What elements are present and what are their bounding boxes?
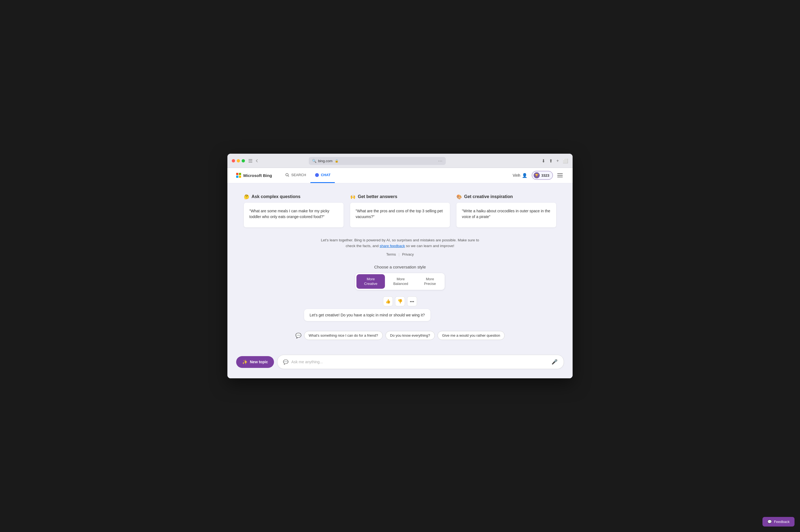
more-options-button[interactable]: ••• [407, 297, 417, 306]
new-topic-button[interactable]: ✨ New topic [236, 356, 274, 368]
svg-rect-1 [248, 160, 252, 161]
thumbs-up-button[interactable]: 👍 [383, 297, 393, 306]
feature-title-complex: 🤔 Ask complex questions [244, 194, 344, 200]
svg-rect-0 [248, 159, 252, 160]
hamburger-line-1 [557, 173, 563, 174]
search-nav-icon [285, 173, 290, 177]
input-bar: 💬 🎤 [277, 355, 564, 369]
feature-section-creative: 🎨 Get creative inspiration "Write a haik… [456, 194, 556, 227]
minimize-button[interactable] [237, 159, 240, 163]
feature-section-complex: 🤔 Ask complex questions "What are some m… [244, 194, 344, 227]
style-creative-button[interactable]: MoreCreative [357, 274, 385, 289]
style-balanced-button[interactable]: MoreBalanced [385, 274, 416, 289]
style-precise-button[interactable]: MorePrecise [416, 274, 443, 289]
chat-actions: 👍 👎 ••• [304, 297, 496, 306]
style-selector: MoreCreative MoreBalanced MorePrecise [355, 273, 445, 290]
svg-point-3 [286, 173, 288, 176]
app-content: Microsoft Bing SEARCH CHAT Vinh 👤 🏆 3323 [227, 168, 573, 379]
privacy-link[interactable]: Privacy [402, 252, 414, 256]
feature-section-answers: 🙌 Get better answers "What are the pros … [350, 194, 450, 227]
search-label: SEARCH [291, 173, 306, 177]
svg-point-4 [315, 173, 319, 177]
logo-icon [236, 173, 241, 178]
search-icon: 🔍 [312, 159, 317, 163]
feature-card-creative[interactable]: "Write a haiku about crocodiles in outer… [456, 203, 556, 227]
more-options-icon[interactable]: ⋯ [438, 158, 442, 164]
terms-link[interactable]: Terms [386, 252, 396, 256]
new-tab-icon[interactable]: + [556, 158, 559, 163]
feature-card-complex[interactable]: "What are some meals I can make for my p… [244, 203, 344, 227]
points-text: 3323 [541, 173, 549, 177]
input-chat-icon: 💬 [283, 359, 288, 365]
traffic-lights [232, 159, 245, 163]
chat-nav-icon [315, 173, 319, 177]
search-nav-item[interactable]: SEARCH [281, 168, 310, 183]
suggestions: 💬 What's something nice I can do for a f… [244, 331, 556, 340]
points-badge: 🏆 3323 [532, 171, 553, 180]
url-text: bing.com [318, 159, 332, 163]
logo: Microsoft Bing [236, 173, 272, 178]
nav-right: Vinh 👤 🏆 3323 [513, 171, 564, 180]
creative-emoji: 🎨 [456, 194, 462, 200]
feedback-icon: 💬 [767, 520, 772, 524]
main-content: 🤔 Ask complex questions "What are some m… [227, 183, 573, 351]
browser-window: 🔍 bing.com 🔒 ⋯ ⬇ ⬆ + ⬜ [227, 154, 573, 379]
share-icon[interactable]: ⬆ [549, 158, 553, 164]
mic-button[interactable]: 🎤 [551, 358, 558, 365]
chat-input[interactable] [291, 360, 548, 364]
maximize-button[interactable] [242, 159, 245, 163]
style-section: Choose a conversation style MoreCreative… [244, 265, 556, 290]
back-icon[interactable] [255, 158, 259, 163]
feature-card-answers[interactable]: "What are the pros and cons of the top 3… [350, 203, 450, 227]
sidebar-toggle-icon[interactable] [248, 158, 253, 163]
browser-right-controls: ⬇ ⬆ + ⬜ [541, 158, 568, 164]
address-bar[interactable]: 🔍 bing.com 🔒 ⋯ [309, 157, 446, 165]
download-icon[interactable]: ⬇ [541, 158, 545, 164]
thumbs-down-button[interactable]: 👎 [395, 297, 405, 306]
chat-nav-item[interactable]: CHAT [310, 168, 335, 183]
chat-label: CHAT [321, 173, 330, 177]
suggestion-chip-everything[interactable]: Do you know everything? [385, 331, 435, 340]
suggestion-chip-friend[interactable]: What's something nice I can do for a fri… [304, 331, 383, 340]
svg-rect-2 [248, 162, 252, 163]
hamburger-menu[interactable] [557, 172, 564, 178]
style-title: Choose a conversation style [244, 265, 556, 269]
suggestion-icon: 💬 [296, 332, 301, 339]
trophy-icon: 🏆 [534, 172, 540, 178]
chat-area: 👍 👎 ••• Let's get creative! Do you have … [304, 297, 496, 325]
suggestion-chip-would-you-rather[interactable]: Give me a would you rather question [438, 331, 505, 340]
info-links: Terms | Privacy [244, 252, 556, 256]
feedback-button[interactable]: 💬 Feedback [762, 517, 795, 527]
divider: | [399, 252, 399, 256]
new-topic-icon: ✨ [242, 359, 248, 365]
browser-controls [248, 158, 259, 163]
feature-title-creative: 🎨 Get creative inspiration [456, 194, 556, 200]
user-info: Vinh 👤 [513, 173, 528, 178]
answers-emoji: 🙌 [350, 194, 356, 200]
complex-emoji: 🤔 [244, 194, 249, 200]
hamburger-line-2 [557, 175, 563, 176]
close-button[interactable] [232, 159, 235, 163]
top-nav: Microsoft Bing SEARCH CHAT Vinh 👤 🏆 3323 [227, 168, 573, 183]
user-name: Vinh [513, 173, 520, 177]
share-feedback-link[interactable]: share feedback [380, 244, 405, 248]
logo-text: Microsoft Bing [243, 173, 272, 178]
info-text: Let's learn together. Bing is powered by… [318, 237, 482, 249]
tabs-icon[interactable]: ⬜ [563, 158, 568, 164]
browser-chrome: 🔍 bing.com 🔒 ⋯ ⬇ ⬆ + ⬜ [227, 154, 573, 168]
feature-title-answers: 🙌 Get better answers [350, 194, 450, 200]
user-icon: 👤 [522, 173, 528, 178]
hamburger-line-3 [557, 177, 563, 177]
lock-icon: 🔒 [335, 159, 339, 163]
feature-cards: 🤔 Ask complex questions "What are some m… [244, 194, 556, 227]
chat-bubble: Let's get creative! Do you have a topic … [304, 309, 431, 321]
input-bar-wrapper: ✨ New topic 💬 🎤 [227, 351, 573, 373]
